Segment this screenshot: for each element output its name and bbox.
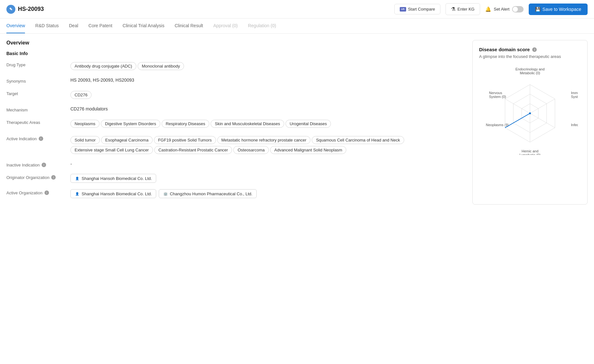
header-actions: U5 Start Compare ⚗ Enter KG 🔔 Set Alert … bbox=[394, 3, 588, 15]
nav-tab-clinical_result[interactable]: Clinical Result bbox=[175, 19, 203, 33]
enter-kg-button[interactable]: ⚗ Enter KG bbox=[446, 3, 480, 15]
disease-panel-subtitle: A glimpse into the focused therapeutic a… bbox=[479, 54, 581, 59]
info-text-inactive_indication: - bbox=[70, 161, 72, 166]
info-row-synonyms: SynonymsHS 20093, HS-20093, HS20093 bbox=[6, 77, 465, 84]
info-label-target: Target bbox=[6, 90, 70, 96]
tag-urogenital-diseases[interactable]: Urogenital Diseases bbox=[285, 120, 331, 128]
info-row-active_org: Active Organizationi👤Shanghai Hansoh Bio… bbox=[6, 189, 465, 198]
toggle-knob bbox=[513, 7, 518, 12]
svg-text:Endocrinology and: Endocrinology and bbox=[515, 67, 544, 71]
tag-osteosarcoma[interactable]: Osteosarcoma bbox=[233, 146, 269, 154]
nav-tab-rd_status[interactable]: R&D Status bbox=[35, 19, 59, 33]
tag-monoclonal-antibody[interactable]: Monoclonal antibody bbox=[138, 62, 184, 70]
info-value-mechanism: CD276 modulators bbox=[70, 106, 465, 111]
info-icon-originator_org[interactable]: i bbox=[51, 175, 56, 180]
info-row-mechanism: MechanismCD276 modulators bbox=[6, 106, 465, 112]
disease-domain-panel: Disease domain score i A glimpse into th… bbox=[472, 40, 588, 205]
info-value-target: CD276 bbox=[70, 90, 465, 100]
tag-skin-and-musculoskeletal-diseases[interactable]: Skin and Musculoskeletal Diseases bbox=[211, 120, 284, 128]
tag-esophageal-carcinoma[interactable]: Esophageal Carcinoma bbox=[101, 136, 153, 144]
nav-tab-core_patent[interactable]: Core Patent bbox=[88, 19, 112, 33]
info-row-originator_org: Originator Organizationi👤Shanghai Hansoh… bbox=[6, 174, 465, 183]
info-value-active_org: 👤Shanghai Hansoh Biomedical Co. Ltd.🏢Cha… bbox=[70, 189, 465, 198]
nav-tab-deal[interactable]: Deal bbox=[69, 19, 78, 33]
info-value-inactive_indication: - bbox=[70, 161, 465, 166]
tag-solid-tumor[interactable]: Solid tumor bbox=[70, 136, 100, 144]
kg-icon: ⚗ bbox=[451, 6, 455, 12]
tag-antibody-drug-conjugate-adc[interactable]: Antibody drug conjugate (ADC) bbox=[70, 62, 136, 70]
nav-tab-clinical_trial_analysis[interactable]: Clinical Trial Analysis bbox=[123, 19, 165, 33]
svg-text:System (0): System (0) bbox=[571, 95, 578, 99]
compare-icon: U5 bbox=[400, 7, 406, 12]
info-label-synonyms: Synonyms bbox=[6, 77, 70, 84]
info-value-therapeutic_areas: NeoplasmsDigestive System DisordersRespi… bbox=[70, 119, 465, 129]
overview-main: Overview Basic Info Drug TypeAntibody dr… bbox=[6, 40, 465, 205]
info-rows: Drug TypeAntibody drug conjugate (ADC)Mo… bbox=[6, 61, 465, 198]
info-label-therapeutic_areas: Therapeutic Areas bbox=[6, 119, 70, 125]
tag-neoplasms[interactable]: Neoplasms bbox=[70, 120, 100, 128]
svg-text:Hemic and: Hemic and bbox=[522, 149, 539, 153]
org-name: Shanghai Hansoh Biomedical Co. Ltd. bbox=[82, 191, 152, 196]
org-name: Shanghai Hansoh Biomedical Co. Ltd. bbox=[82, 176, 152, 181]
save-to-workspace-button[interactable]: 💾 Save to Workspace bbox=[529, 4, 588, 15]
svg-text:Metabolic (0): Metabolic (0) bbox=[520, 71, 540, 75]
info-label-active_org: Active Organizationi bbox=[6, 189, 70, 195]
nav-tab-overview[interactable]: Overview bbox=[6, 19, 25, 33]
radar-chart-container: Endocrinology and Metabolic (0) Immune S… bbox=[479, 65, 581, 155]
main-content: Overview Basic Info Drug TypeAntibody dr… bbox=[0, 34, 594, 211]
info-icon-active_org[interactable]: i bbox=[44, 190, 49, 195]
tag-advanced-malignant-solid-neoplasm[interactable]: Advanced Malignant Solid Neoplasm bbox=[270, 146, 346, 154]
info-row-drug_type: Drug TypeAntibody drug conjugate (ADC)Mo… bbox=[6, 61, 465, 71]
disease-panel-info-icon[interactable]: i bbox=[532, 47, 537, 52]
save-icon: 💾 bbox=[535, 7, 541, 12]
nav-tab-approval: Approval (0) bbox=[213, 19, 237, 33]
info-text-synonyms: HS 20093, HS-20093, HS20093 bbox=[70, 77, 134, 83]
svg-line-14 bbox=[530, 99, 555, 113]
drug-id-header: ✎ HS-20093 bbox=[6, 5, 44, 14]
svg-text:Lymphatic (0): Lymphatic (0) bbox=[519, 153, 541, 155]
info-label-inactive_indication: Inactive Indicationi bbox=[6, 161, 70, 167]
info-value-synonyms: HS 20093, HS-20093, HS20093 bbox=[70, 77, 465, 83]
header: ✎ HS-20093 U5 Start Compare ⚗ Enter KG 🔔… bbox=[0, 0, 594, 19]
org-tag-shanghai-hansoh-biomedical-co.-ltd.[interactable]: 👤Shanghai Hansoh Biomedical Co. Ltd. bbox=[70, 174, 156, 183]
info-row-active_indication: Active IndicationiSolid tumorEsophageal … bbox=[6, 135, 465, 155]
info-value-drug_type: Antibody drug conjugate (ADC)Monoclonal … bbox=[70, 61, 465, 71]
tag-metastatic-hormone-refractory-prostate-cancer[interactable]: Metastatic hormone refractory prostate c… bbox=[217, 136, 311, 144]
tag-respiratory-diseases[interactable]: Respiratory Diseases bbox=[162, 120, 210, 128]
info-value-originator_org: 👤Shanghai Hansoh Biomedical Co. Ltd. bbox=[70, 174, 465, 183]
info-text-mechanism: CD276 modulators bbox=[70, 106, 108, 111]
subsection-title: Basic Info bbox=[6, 51, 465, 56]
set-alert-control: 🔔 Set Alert bbox=[485, 6, 524, 12]
building-icon: 🏢 bbox=[163, 191, 168, 196]
info-row-inactive_indication: Inactive Indicationi- bbox=[6, 161, 465, 167]
info-row-therapeutic_areas: Therapeutic AreasNeoplasmsDigestive Syst… bbox=[6, 119, 465, 129]
tag-squamous-cell-carcinoma-of-head-and-neck[interactable]: Squamous Cell Carcinoma of Head and Neck bbox=[312, 136, 404, 144]
info-label-drug_type: Drug Type bbox=[6, 61, 70, 67]
tag-digestive-system-disorders[interactable]: Digestive System Disorders bbox=[101, 120, 160, 128]
section-title: Overview bbox=[6, 40, 465, 46]
svg-text:Nervous: Nervous bbox=[489, 91, 502, 95]
tag-castration-resistant-prostatic-cancer[interactable]: Castration-Resistant Prostatic Cancer bbox=[154, 146, 232, 154]
svg-text:Neoplasms (9): Neoplasms (9) bbox=[486, 123, 509, 127]
svg-line-20 bbox=[505, 113, 530, 128]
info-icon-active_indication[interactable]: i bbox=[39, 136, 43, 141]
info-label-originator_org: Originator Organizationi bbox=[6, 174, 70, 180]
org-tag-changzhou-humon-pharmaceutical-co.,-ltd.[interactable]: 🏢Changzhou Humon Pharmaceutical Co., Ltd… bbox=[159, 189, 257, 198]
info-value-active_indication: Solid tumorEsophageal CarcinomaFGF19 pos… bbox=[70, 135, 465, 155]
svg-point-21 bbox=[529, 112, 531, 114]
nav-tabs: OverviewR&D StatusDealCore PatentClinica… bbox=[0, 19, 594, 34]
start-compare-button[interactable]: U5 Start Compare bbox=[394, 4, 441, 14]
tag-extensive-stage-small-cell-lung-cancer[interactable]: Extensive stage Small Cell Lung Cancer bbox=[70, 146, 153, 154]
info-row-target: TargetCD276 bbox=[6, 90, 465, 100]
alert-icon: 🔔 bbox=[485, 6, 491, 12]
org-tag-shanghai-hansoh-biomedical-co.-ltd.[interactable]: 👤Shanghai Hansoh Biomedical Co. Ltd. bbox=[70, 189, 156, 198]
nav-tab-regulation: Regulation (0) bbox=[248, 19, 276, 33]
tag-cd276[interactable]: CD276 bbox=[70, 91, 92, 99]
logo-icon: ✎ bbox=[6, 5, 15, 14]
tag-fgf19-positive-solid-tumors[interactable]: FGF19 positive Solid Tumors bbox=[154, 136, 216, 144]
svg-line-15 bbox=[530, 113, 555, 128]
alert-toggle[interactable] bbox=[512, 6, 524, 12]
svg-line-18 bbox=[505, 99, 530, 113]
info-icon-inactive_indication[interactable]: i bbox=[42, 163, 46, 167]
drug-id-text: HS-20093 bbox=[18, 6, 44, 12]
